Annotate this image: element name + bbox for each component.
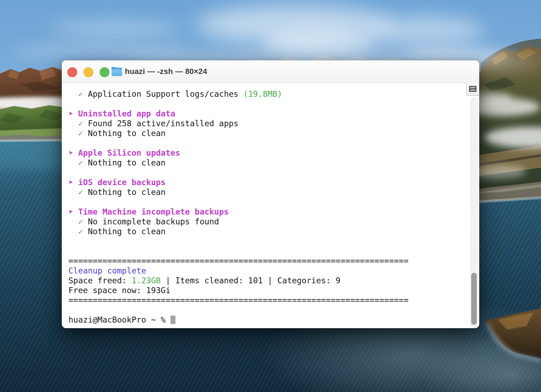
terminal-line [68, 236, 467, 246]
terminal-text-segment: Nothing to clean [83, 129, 166, 138]
terminal-text-segment: Nothing to clean [83, 227, 166, 236]
terminal-text-segment: Found 258 active/installed apps [83, 119, 239, 128]
terminal-text-segment [68, 217, 78, 226]
terminal-text-segment: Cleanup complete [68, 266, 146, 275]
terminal-text-segment: Nothing to clean [83, 158, 166, 167]
terminal-text-segment: ✓ [78, 119, 83, 128]
terminal-line [68, 168, 467, 177]
terminal-text-segment: iOS device backups [78, 178, 166, 187]
terminal-line [68, 99, 467, 109]
window-titlebar[interactable]: huazi — -zsh — 80×24 [62, 60, 479, 83]
terminal-text-segment: ========================================… [68, 256, 408, 265]
folder-icon [112, 68, 122, 76]
terminal-line [68, 197, 467, 207]
cloud [11, 45, 193, 58]
desktop: { "window": { "title": "huazi — -zsh — 8… [0, 0, 541, 392]
terminal-text-segment [68, 89, 78, 99]
terminal-text-segment: Uninstalled app data [78, 109, 175, 118]
terminal-text-segment: ➤ [68, 109, 78, 118]
terminal-line: ➤ Apple Silicon updates [68, 148, 467, 158]
split-pane-button[interactable] [466, 83, 479, 96]
terminal-text-segment: Free space now: 193Gi [68, 286, 171, 295]
zoom-button[interactable] [100, 67, 109, 77]
terminal-line: ✓ Nothing to clean [68, 187, 467, 197]
terminal-text-segment: ✓ [78, 89, 83, 99]
terminal-text-segment: Nothing to clean [83, 188, 166, 197]
terminal-text-segment [68, 188, 78, 197]
terminal-window: huazi — -zsh — 80×24 ✓ Application Suppo… [62, 60, 479, 328]
close-button[interactable] [67, 67, 77, 77]
terminal-text-segment: 1.23GB [132, 276, 161, 285]
terminal-text-segment [68, 158, 78, 167]
cloud [368, 16, 484, 46]
terminal-text-segment [68, 119, 78, 128]
terminal-line: ➤ Time Machine incomplete backups [68, 207, 467, 217]
terminal-line: Space freed: 1.23GB | Items cleaned: 101… [68, 276, 467, 285]
cloud [49, 20, 182, 36]
terminal-line [68, 246, 467, 256]
minimize-button[interactable] [84, 67, 93, 77]
split-pane-icon [469, 86, 476, 92]
terminal-line: Cleanup complete [68, 266, 467, 276]
terminal-text-segment: huazi@MacBookPro ~ % [68, 315, 171, 324]
terminal-text-segment: | Items cleaned: 101 | Categories: 9 [161, 276, 340, 285]
terminal-text-segment: ✓ [78, 158, 83, 167]
terminal-line: ➤ iOS device backups [68, 177, 467, 187]
terminal-text-segment: Application Support logs/caches [83, 89, 243, 99]
terminal-text-segment: ========================================… [68, 296, 408, 305]
window-title: huazi — -zsh — 80×24 [125, 60, 207, 83]
terminal-line: ✓ Nothing to clean [68, 158, 467, 168]
terminal-cursor [171, 316, 175, 324]
terminal-text-segment: ✓ [78, 227, 83, 236]
terminal-line: ✓ Application Support logs/caches (19.8M… [68, 89, 467, 99]
terminal-text-segment: ✓ [78, 217, 83, 226]
terminal-line: ✓ Nothing to clean [68, 227, 467, 236]
terminal-text-segment: ✓ [78, 188, 83, 197]
terminal-line: ➤ Uninstalled app data [68, 109, 467, 119]
terminal-text-segment: Apple Silicon updates [78, 148, 180, 157]
terminal-text-segment: ✓ [78, 129, 83, 138]
terminal-line: huazi@MacBookPro ~ % [68, 315, 467, 325]
terminal-text-segment [68, 227, 78, 236]
terminal-line: ========================================… [68, 256, 467, 266]
terminal-line [68, 305, 467, 315]
terminal-text-segment: ➤ [68, 178, 78, 187]
terminal-line: ✓ Found 258 active/installed apps [68, 119, 467, 128]
terminal-text-segment: Space freed: [68, 276, 132, 285]
terminal-line: ✓ Nothing to clean [68, 128, 467, 138]
terminal-output[interactable]: ✓ Application Support logs/caches (19.8M… [68, 89, 467, 325]
terminal-line: Free space now: 193Gi [68, 285, 467, 295]
terminal-line [68, 138, 467, 148]
terminal-line: ✓ No incomplete backups found [68, 217, 467, 227]
terminal-text-segment [68, 129, 78, 138]
terminal-text-segment: ➤ [68, 148, 78, 157]
terminal-line: ========================================… [68, 295, 467, 305]
terminal-text-segment: (19.8MB) [243, 89, 282, 99]
terminal-text-segment: ➤ [68, 207, 78, 216]
terminal-text-segment: No incomplete backups found [83, 217, 219, 226]
scrollbar-thumb[interactable] [471, 273, 477, 325]
terminal-text-segment: Time Machine incomplete backups [78, 207, 229, 216]
